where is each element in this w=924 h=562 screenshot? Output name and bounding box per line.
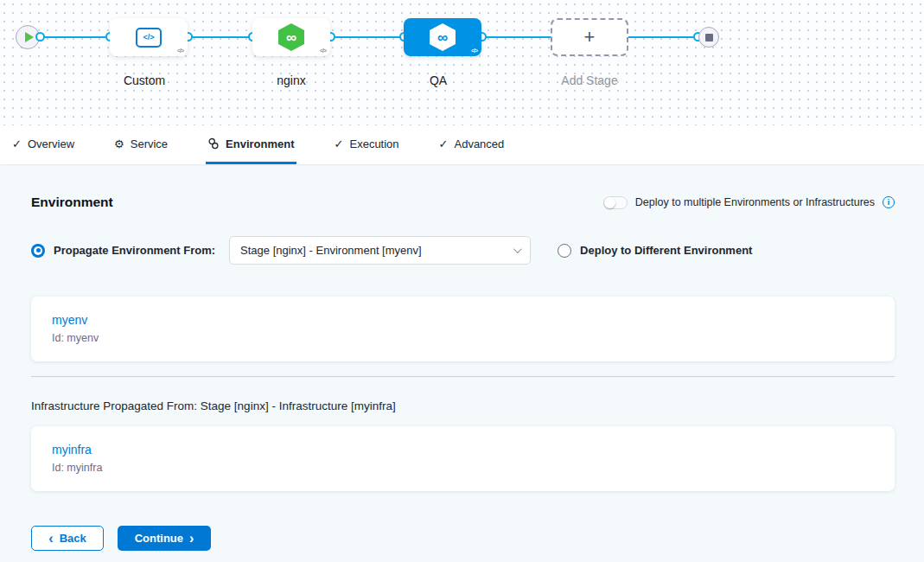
stage-node-nginx[interactable]: ∞ </> <box>252 18 330 56</box>
infrastructure-card: myinfra Id: myinfra <box>31 426 895 491</box>
tab-execution[interactable]: ✓ Execution <box>333 125 401 164</box>
code-icon: </> <box>320 48 326 54</box>
stop-icon <box>705 34 713 42</box>
environment-panel: Environment Deploy to multiple Environme… <box>0 195 924 551</box>
propagate-environment-radio-label[interactable]: Propagate Environment From: <box>54 244 215 257</box>
stage-label-nginx: nginx <box>252 73 330 87</box>
connector-port <box>35 32 45 42</box>
tab-label: Execution <box>349 137 398 150</box>
stage-label-qa: QA <box>399 73 477 87</box>
tab-label: Overview <box>28 137 74 150</box>
tab-service[interactable]: ⚙ Service <box>112 125 169 164</box>
page-title: Environment <box>31 195 113 210</box>
tab-label: Advanced <box>454 137 504 150</box>
stage-config-tabbar: ✓ Overview ⚙ Service Environment ✓ Execu… <box>0 125 924 164</box>
tab-overview[interactable]: ✓ Overview <box>10 125 76 164</box>
propagate-environment-radio[interactable] <box>31 244 45 258</box>
stage-node-qa-selected[interactable]: ∞ </> <box>404 18 481 56</box>
multi-environment-toggle[interactable] <box>603 196 628 209</box>
continue-button-label: Continue <box>135 532 183 545</box>
environment-name-link[interactable]: myenv <box>52 313 874 327</box>
code-icon: </> <box>177 48 183 54</box>
deploy-stage-icon: ∞ <box>430 23 456 51</box>
tab-label: Environment <box>226 137 294 150</box>
code-icon: </> <box>471 48 477 54</box>
back-button[interactable]: ‹ Back <box>31 526 104 551</box>
tab-environment[interactable]: Environment <box>206 125 296 164</box>
custom-stage-icon: </> <box>136 28 162 48</box>
check-icon: ✓ <box>335 138 344 150</box>
infrastructure-id: Id: myinfra <box>52 462 874 474</box>
check-icon: ✓ <box>439 138 449 150</box>
play-icon <box>25 32 34 42</box>
stage-label-custom: Custom <box>105 73 183 87</box>
environment-icon <box>207 137 220 150</box>
add-stage-button[interactable]: + <box>551 18 628 56</box>
stage-node-custom[interactable]: </> </> <box>110 18 188 56</box>
chevron-down-icon <box>513 245 522 253</box>
plus-icon: + <box>584 26 596 48</box>
infrastructure-propagated-heading: Infrastructure Propagated From: Stage [n… <box>31 399 895 412</box>
stage-label-add-stage: Add Stage <box>551 73 628 87</box>
toggle-knob <box>604 197 615 208</box>
propagate-environment-select[interactable]: Stage [nginx] - Environment [myenv] <box>229 236 531 265</box>
pipeline-graph: </> </> ∞ </> ∞ </> + Custom nginx QA Ad… <box>0 0 924 125</box>
back-button-label: Back <box>60 532 86 545</box>
different-environment-radio[interactable] <box>558 244 571 258</box>
continue-button[interactable]: Continue › <box>118 526 211 551</box>
deploy-stage-icon: ∞ <box>278 23 304 51</box>
info-icon[interactable]: i <box>883 196 895 208</box>
chevron-left-icon: ‹ <box>48 532 53 546</box>
chevron-right-icon: › <box>189 532 194 546</box>
multi-environment-toggle-label: Deploy to multiple Environments or Infra… <box>635 196 875 208</box>
tab-advanced[interactable]: ✓ Advanced <box>437 125 507 164</box>
pipeline-end-node <box>698 27 719 48</box>
check-icon: ✓ <box>12 138 22 150</box>
environment-card: myenv Id: myenv <box>31 297 895 361</box>
selected-option: Stage [nginx] - Environment [myenv] <box>240 244 422 257</box>
infrastructure-name-link[interactable]: myinfra <box>52 443 874 457</box>
environment-id: Id: myenv <box>52 332 874 344</box>
tab-label: Service <box>131 137 168 150</box>
section-divider <box>31 376 895 377</box>
different-environment-radio-label[interactable]: Deploy to Different Environment <box>580 244 752 257</box>
gear-icon: ⚙ <box>114 138 124 150</box>
